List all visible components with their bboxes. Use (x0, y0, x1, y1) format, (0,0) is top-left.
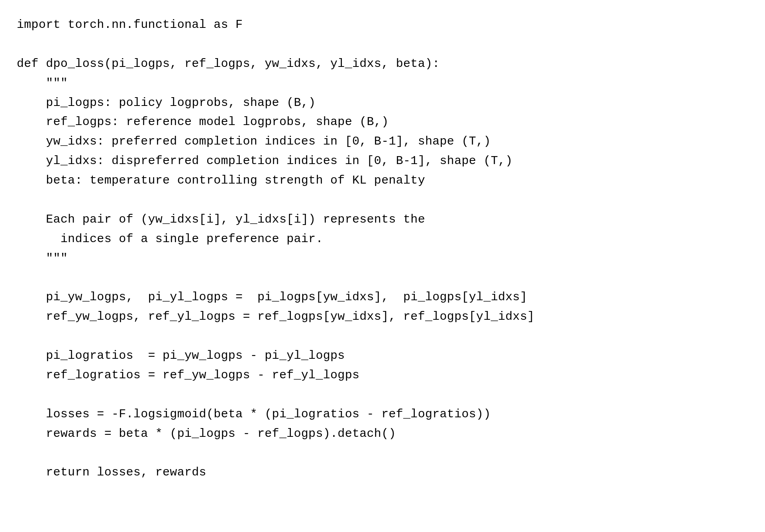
code-line (17, 327, 748, 346)
code-line: """ (17, 249, 748, 268)
code-line: return losses, rewards (17, 463, 748, 482)
code-block: import torch.nn.functional as F def dpo_… (17, 15, 748, 482)
code-line (17, 444, 748, 463)
code-line: losses = -F.logsigmoid(beta * (pi_lograt… (17, 405, 748, 424)
code-line: pi_logps: policy logprobs, shape (B,) (17, 93, 748, 113)
code-line: yl_idxs: dispreferred completion indices… (17, 151, 748, 171)
code-line: rewards = beta * (pi_logps - ref_logps).… (17, 424, 748, 444)
code-line: yw_idxs: preferred completion indices in… (17, 132, 748, 151)
code-line (17, 190, 748, 210)
code-line: """ (17, 74, 748, 93)
code-line: def dpo_loss(pi_logps, ref_logps, yw_idx… (17, 54, 748, 74)
code-line (17, 268, 748, 288)
code-line: pi_yw_logps, pi_yl_logps = pi_logps[yw_i… (17, 288, 748, 307)
code-line: beta: temperature controlling strength o… (17, 171, 748, 190)
code-line: ref_logratios = ref_yw_logps - ref_yl_lo… (17, 366, 748, 385)
code-line: Each pair of (yw_idxs[i], yl_idxs[i]) re… (17, 210, 748, 229)
code-line: ref_logps: reference model logprobs, sha… (17, 112, 748, 132)
code-line (17, 35, 748, 54)
code-line: pi_logratios = pi_yw_logps - pi_yl_logps (17, 346, 748, 366)
code-line: indices of a single preference pair. (17, 229, 748, 249)
code-line (17, 385, 748, 405)
code-line: import torch.nn.functional as F (17, 15, 748, 35)
code-line: ref_yw_logps, ref_yl_logps = ref_logps[y… (17, 307, 748, 327)
